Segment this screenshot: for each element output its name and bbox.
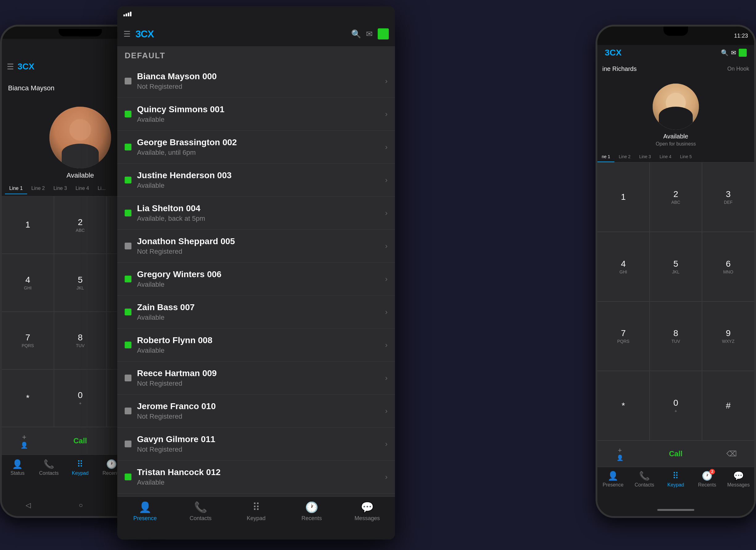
left-dial-7[interactable]: 7PQRS [2,312,54,369]
center-menu-icon[interactable]: ☰ [123,29,131,39]
contact-item-4[interactable]: Lia Shelton 004Available, back at 5pm› [117,197,395,230]
right-call-button[interactable]: Call [642,444,709,464]
left-dial-5[interactable]: 5JKL [54,254,106,311]
right-avatar-status: Available [597,133,754,140]
center-nav-recents[interactable]: 🕐 Recents [284,501,339,522]
right-dial-star[interactable]: * [597,371,649,440]
right-dial-2[interactable]: 2ABC [650,163,702,232]
contact-item-5[interactable]: Jonathon Sheppard 005Not Registered› [117,230,395,263]
right-add-contact-button[interactable]: + 👤 [597,441,642,467]
right-nav-contacts-label: Contacts [635,482,654,488]
contact-status-dot-8 [125,341,131,348]
right-dial-9[interactable]: 9WXYZ [702,302,754,371]
contact-status-text-7: Available [137,313,380,321]
right-dial-1[interactable]: 1 [597,163,649,232]
right-search-icon[interactable]: 🔍 [721,49,729,56]
contact-item-3[interactable]: Justine Henderson 003Available› [117,164,395,197]
right-dial-6[interactable]: 6MNO [702,232,754,301]
contact-status-text-2: Available, until 6pm [137,149,380,157]
center-keypad-icon: ⠿ [252,501,260,513]
contact-chevron-9: › [385,374,388,382]
center-green-status-box[interactable] [378,28,389,39]
center-keypad-label: Keypad [247,515,265,522]
left-line-tab-5[interactable]: Li... [93,183,110,194]
left-home-button[interactable]: ○ [79,501,83,509]
left-call-button[interactable]: Call [47,431,114,451]
center-nav-messages[interactable]: 💬 Messages [339,501,395,522]
left-nav-keypad[interactable]: ⠿ Keypad [64,459,96,476]
center-app-header: ☰ 3CX 🔍 ✉ [117,22,395,46]
right-logo-label: 3CX [605,48,621,58]
left-dial-0[interactable]: 0+ [54,370,106,427]
contact-item-10[interactable]: Jerome Franco 010Not Registered› [117,395,395,428]
right-line-tab-4[interactable]: Line 4 [655,152,676,162]
right-line-tab-1[interactable]: ne 1 [597,152,614,162]
right-line-tab-5[interactable]: Line 5 [676,152,696,162]
center-contact-list[interactable]: Bianca Mayson 000Not Registered›Quincy S… [117,65,395,496]
left-logo: 3CX [18,62,34,72]
left-nav-recents-icon: 🕐 [106,459,117,469]
left-dial-star[interactable]: * [2,370,54,427]
left-nav-status[interactable]: 👤 Status [2,459,33,476]
contact-status-dot-11 [125,440,131,447]
contact-status-dot-0 [125,78,131,85]
left-line-tab-4[interactable]: Line 4 [71,183,93,194]
right-nav-contacts[interactable]: 📞 Contacts [629,471,660,488]
right-dial-5[interactable]: 5JKL [650,232,702,301]
center-nav-contacts[interactable]: 📞 Contacts [173,501,228,522]
left-dial-2[interactable]: 2ABC [54,197,106,254]
right-dial-8[interactable]: 8TUV [650,302,702,371]
right-nav-recents[interactable]: 🕐 2 Recents [692,471,723,488]
left-dial-1[interactable]: 1 [2,197,54,254]
right-backspace-button[interactable]: ⌫ [709,444,754,464]
contact-status-dot-10 [125,407,131,414]
right-dial-7[interactable]: 7PQRS [597,302,649,371]
contact-item-2[interactable]: George Brassington 002Available, until 6… [117,131,395,164]
center-search-icon[interactable]: 🔍 [351,29,361,39]
contact-item-12[interactable]: Tristan Hancock 012Available› [117,461,395,494]
contact-item-7[interactable]: Zain Bass 007Available› [117,296,395,329]
contact-item-11[interactable]: Gavyn Gilmore 011Not Registered› [117,428,395,461]
right-nav-presence-icon: 👤 [608,471,618,481]
left-line-tab-1[interactable]: Line 1 [5,183,27,194]
contact-name-3: Justine Henderson 003 [137,171,380,180]
contact-item-13[interactable]: Mark Russell 013Available› [117,494,395,496]
center-nav-keypad[interactable]: ⠿ Keypad [228,501,284,522]
left-back-button[interactable]: ◁ [26,501,31,509]
right-time: 11:23 [734,33,748,39]
right-dial-4[interactable]: 4GHI [597,232,649,301]
right-dial-3[interactable]: 3DEF [702,163,754,232]
left-line-tab-2[interactable]: Line 2 [27,183,49,194]
center-nav-presence[interactable]: 👤 Presence [117,501,173,522]
left-line-tab-3[interactable]: Line 3 [49,183,71,194]
left-add-contact-button[interactable]: + 👤 [2,427,47,454]
right-nav-presence[interactable]: 👤 Presence [597,471,629,488]
left-nav-keypad-label: Keypad [72,470,89,476]
right-mail-icon[interactable]: ✉ [731,49,736,56]
center-messages-label: Messages [355,515,380,522]
left-nav-contacts[interactable]: 📞 Contacts [33,459,65,476]
contact-item-9[interactable]: Reece Hartman 009Not Registered› [117,362,395,395]
contact-chevron-10: › [385,407,388,415]
left-menu-icon[interactable]: ☰ [7,62,14,72]
right-line-tab-3[interactable]: Line 3 [635,152,655,162]
contact-item-1[interactable]: Quincy Simmons 001Available› [117,98,395,131]
center-mail-icon[interactable]: ✉ [366,29,373,39]
right-dial-0[interactable]: 0+ [650,371,702,440]
right-nav-messages[interactable]: 💬 Messages [723,471,754,488]
center-recents-label: Recents [301,515,322,522]
right-line-tab-2[interactable]: Line 2 [614,152,635,162]
center-status-bar [117,6,395,22]
right-nav-keypad[interactable]: ⠿ Keypad [660,471,692,488]
center-messages-icon: 💬 [361,501,374,513]
right-green-box[interactable] [739,49,747,57]
right-avatar-sublabel: Open for business [597,141,754,147]
contact-item-8[interactable]: Roberto Flynn 008Available› [117,329,395,362]
left-dial-4[interactable]: 4GHI [2,254,54,311]
left-dial-8[interactable]: 8TUV [54,312,106,369]
contact-name-10: Jerome Franco 010 [137,401,380,411]
contact-name-11: Gavyn Gilmore 011 [137,434,380,444]
right-dial-hash[interactable]: # [702,371,754,440]
contact-item-0[interactable]: Bianca Mayson 000Not Registered› [117,65,395,98]
contact-item-6[interactable]: Gregory Winters 006Available› [117,263,395,296]
